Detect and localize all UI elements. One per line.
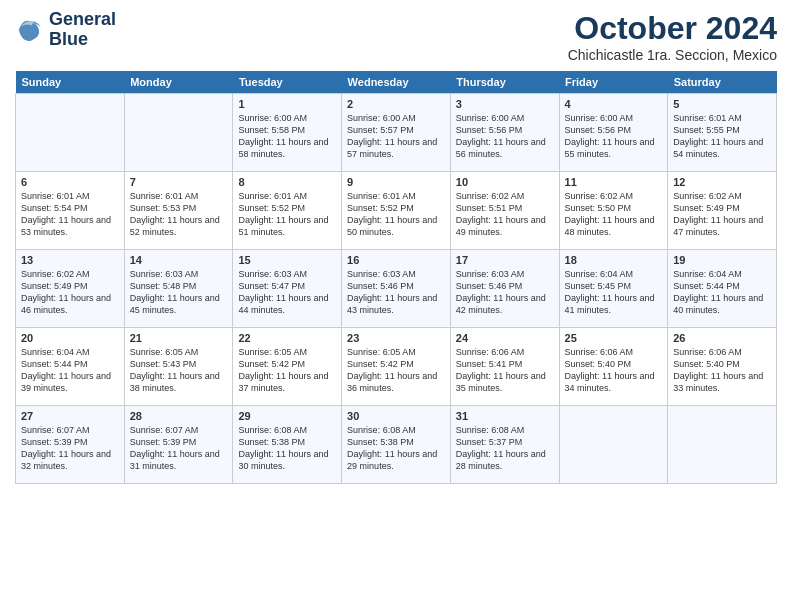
date-number: 8 [238, 176, 336, 188]
date-number: 29 [238, 410, 336, 422]
cell-info: Sunrise: 6:06 AMSunset: 5:40 PMDaylight:… [673, 347, 763, 393]
date-number: 13 [21, 254, 119, 266]
cell-info: Sunrise: 6:01 AMSunset: 5:52 PMDaylight:… [347, 191, 437, 237]
date-number: 16 [347, 254, 445, 266]
date-number: 4 [565, 98, 663, 110]
date-number: 10 [456, 176, 554, 188]
cell-info: Sunrise: 6:06 AMSunset: 5:40 PMDaylight:… [565, 347, 655, 393]
cell-info: Sunrise: 6:01 AMSunset: 5:55 PMDaylight:… [673, 113, 763, 159]
calendar-cell: 1 Sunrise: 6:00 AMSunset: 5:58 PMDayligh… [233, 94, 342, 172]
month-title: October 2024 [568, 10, 777, 47]
cell-info: Sunrise: 6:02 AMSunset: 5:51 PMDaylight:… [456, 191, 546, 237]
cell-info: Sunrise: 6:00 AMSunset: 5:56 PMDaylight:… [456, 113, 546, 159]
calendar-cell: 3 Sunrise: 6:00 AMSunset: 5:56 PMDayligh… [450, 94, 559, 172]
day-header-wednesday: Wednesday [342, 71, 451, 94]
calendar-cell: 22 Sunrise: 6:05 AMSunset: 5:42 PMDaylig… [233, 328, 342, 406]
calendar-cell: 20 Sunrise: 6:04 AMSunset: 5:44 PMDaylig… [16, 328, 125, 406]
calendar-cell: 13 Sunrise: 6:02 AMSunset: 5:49 PMDaylig… [16, 250, 125, 328]
calendar-cell: 11 Sunrise: 6:02 AMSunset: 5:50 PMDaylig… [559, 172, 668, 250]
day-header-tuesday: Tuesday [233, 71, 342, 94]
date-number: 15 [238, 254, 336, 266]
calendar-cell: 26 Sunrise: 6:06 AMSunset: 5:40 PMDaylig… [668, 328, 777, 406]
cell-info: Sunrise: 6:02 AMSunset: 5:49 PMDaylight:… [673, 191, 763, 237]
calendar-cell: 14 Sunrise: 6:03 AMSunset: 5:48 PMDaylig… [124, 250, 233, 328]
cell-info: Sunrise: 6:05 AMSunset: 5:42 PMDaylight:… [347, 347, 437, 393]
cell-info: Sunrise: 6:00 AMSunset: 5:58 PMDaylight:… [238, 113, 328, 159]
cell-info: Sunrise: 6:04 AMSunset: 5:45 PMDaylight:… [565, 269, 655, 315]
calendar-cell: 17 Sunrise: 6:03 AMSunset: 5:46 PMDaylig… [450, 250, 559, 328]
header: General Blue October 2024 Chichicastle 1… [15, 10, 777, 63]
cell-info: Sunrise: 6:08 AMSunset: 5:37 PMDaylight:… [456, 425, 546, 471]
calendar-cell: 28 Sunrise: 6:07 AMSunset: 5:39 PMDaylig… [124, 406, 233, 484]
cell-info: Sunrise: 6:02 AMSunset: 5:49 PMDaylight:… [21, 269, 111, 315]
date-number: 22 [238, 332, 336, 344]
calendar-cell [124, 94, 233, 172]
cell-info: Sunrise: 6:00 AMSunset: 5:57 PMDaylight:… [347, 113, 437, 159]
date-number: 21 [130, 332, 228, 344]
date-number: 19 [673, 254, 771, 266]
logo-text: General Blue [49, 10, 116, 50]
cell-info: Sunrise: 6:07 AMSunset: 5:39 PMDaylight:… [21, 425, 111, 471]
date-number: 12 [673, 176, 771, 188]
calendar-cell: 29 Sunrise: 6:08 AMSunset: 5:38 PMDaylig… [233, 406, 342, 484]
calendar-cell: 21 Sunrise: 6:05 AMSunset: 5:43 PMDaylig… [124, 328, 233, 406]
calendar-cell: 10 Sunrise: 6:02 AMSunset: 5:51 PMDaylig… [450, 172, 559, 250]
date-number: 2 [347, 98, 445, 110]
cell-info: Sunrise: 6:04 AMSunset: 5:44 PMDaylight:… [673, 269, 763, 315]
date-number: 14 [130, 254, 228, 266]
calendar-cell: 6 Sunrise: 6:01 AMSunset: 5:54 PMDayligh… [16, 172, 125, 250]
calendar-cell: 7 Sunrise: 6:01 AMSunset: 5:53 PMDayligh… [124, 172, 233, 250]
date-number: 27 [21, 410, 119, 422]
date-number: 5 [673, 98, 771, 110]
cell-info: Sunrise: 6:01 AMSunset: 5:52 PMDaylight:… [238, 191, 328, 237]
calendar-cell: 31 Sunrise: 6:08 AMSunset: 5:37 PMDaylig… [450, 406, 559, 484]
day-header-friday: Friday [559, 71, 668, 94]
day-header-saturday: Saturday [668, 71, 777, 94]
logo: General Blue [15, 10, 116, 50]
calendar-cell [668, 406, 777, 484]
cell-info: Sunrise: 6:03 AMSunset: 5:46 PMDaylight:… [347, 269, 437, 315]
calendar-cell: 9 Sunrise: 6:01 AMSunset: 5:52 PMDayligh… [342, 172, 451, 250]
cell-info: Sunrise: 6:06 AMSunset: 5:41 PMDaylight:… [456, 347, 546, 393]
date-number: 20 [21, 332, 119, 344]
day-header-thursday: Thursday [450, 71, 559, 94]
calendar-cell: 12 Sunrise: 6:02 AMSunset: 5:49 PMDaylig… [668, 172, 777, 250]
day-header-sunday: Sunday [16, 71, 125, 94]
calendar-cell: 19 Sunrise: 6:04 AMSunset: 5:44 PMDaylig… [668, 250, 777, 328]
cell-info: Sunrise: 6:08 AMSunset: 5:38 PMDaylight:… [238, 425, 328, 471]
title-block: October 2024 Chichicastle 1ra. Seccion, … [568, 10, 777, 63]
date-number: 6 [21, 176, 119, 188]
cell-info: Sunrise: 6:05 AMSunset: 5:42 PMDaylight:… [238, 347, 328, 393]
calendar-cell: 2 Sunrise: 6:00 AMSunset: 5:57 PMDayligh… [342, 94, 451, 172]
logo-line2: Blue [49, 30, 116, 50]
date-number: 25 [565, 332, 663, 344]
calendar-cell: 4 Sunrise: 6:00 AMSunset: 5:56 PMDayligh… [559, 94, 668, 172]
calendar-table: SundayMondayTuesdayWednesdayThursdayFrid… [15, 71, 777, 484]
date-number: 3 [456, 98, 554, 110]
location: Chichicastle 1ra. Seccion, Mexico [568, 47, 777, 63]
date-number: 1 [238, 98, 336, 110]
date-number: 9 [347, 176, 445, 188]
cell-info: Sunrise: 6:04 AMSunset: 5:44 PMDaylight:… [21, 347, 111, 393]
date-number: 28 [130, 410, 228, 422]
calendar-cell: 16 Sunrise: 6:03 AMSunset: 5:46 PMDaylig… [342, 250, 451, 328]
calendar-cell: 24 Sunrise: 6:06 AMSunset: 5:41 PMDaylig… [450, 328, 559, 406]
logo-icon [15, 15, 45, 45]
calendar-cell [559, 406, 668, 484]
cell-info: Sunrise: 6:03 AMSunset: 5:48 PMDaylight:… [130, 269, 220, 315]
cell-info: Sunrise: 6:03 AMSunset: 5:46 PMDaylight:… [456, 269, 546, 315]
date-number: 23 [347, 332, 445, 344]
calendar-cell: 8 Sunrise: 6:01 AMSunset: 5:52 PMDayligh… [233, 172, 342, 250]
cell-info: Sunrise: 6:01 AMSunset: 5:54 PMDaylight:… [21, 191, 111, 237]
calendar-cell: 25 Sunrise: 6:06 AMSunset: 5:40 PMDaylig… [559, 328, 668, 406]
calendar-cell: 27 Sunrise: 6:07 AMSunset: 5:39 PMDaylig… [16, 406, 125, 484]
date-number: 17 [456, 254, 554, 266]
cell-info: Sunrise: 6:03 AMSunset: 5:47 PMDaylight:… [238, 269, 328, 315]
logo-line1: General [49, 10, 116, 30]
cell-info: Sunrise: 6:08 AMSunset: 5:38 PMDaylight:… [347, 425, 437, 471]
date-number: 18 [565, 254, 663, 266]
calendar-container: General Blue October 2024 Chichicastle 1… [0, 0, 792, 494]
calendar-cell: 18 Sunrise: 6:04 AMSunset: 5:45 PMDaylig… [559, 250, 668, 328]
cell-info: Sunrise: 6:07 AMSunset: 5:39 PMDaylight:… [130, 425, 220, 471]
date-number: 24 [456, 332, 554, 344]
